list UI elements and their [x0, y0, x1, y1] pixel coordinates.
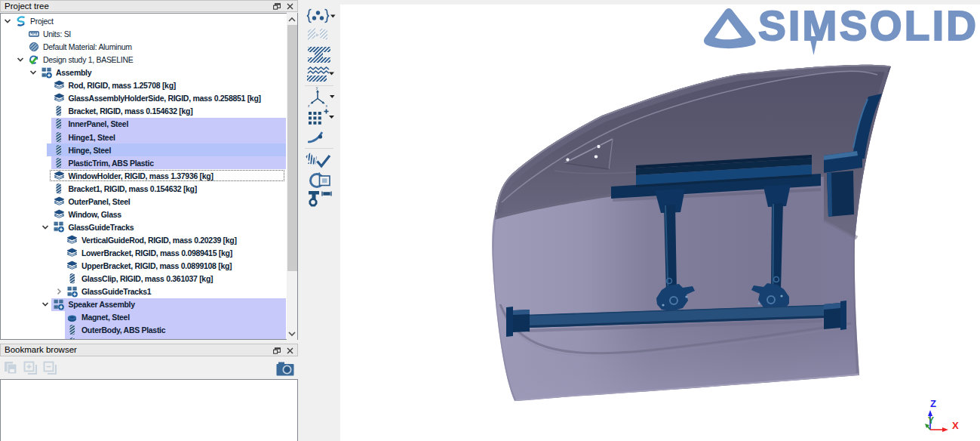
svg-text:X: X	[952, 420, 959, 431]
svg-text:Z: Z	[930, 398, 936, 409]
svg-text:Y: Y	[928, 415, 934, 426]
